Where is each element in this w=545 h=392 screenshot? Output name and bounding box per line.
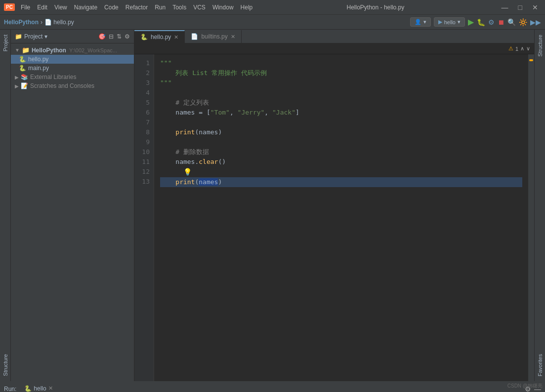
code-content[interactable]: """ 列表 List 常用操作 代码示例 """ # 定义列表 names =… <box>154 54 528 381</box>
locate-icon[interactable]: 🎯 <box>98 33 106 40</box>
code-line-5: # 定义列表 <box>160 98 522 108</box>
run-tab-close[interactable]: ✕ <box>48 385 53 392</box>
tree-item-main[interactable]: 🐍 main.py <box>11 64 134 73</box>
editor-area: 🐍 hello.py ✕ 📄 builtins.py ✕ ⚠ 1 ∧ ∨ 1 2… <box>134 30 534 381</box>
warning-indicator <box>529 59 533 61</box>
sort-icon[interactable]: ⇅ <box>117 33 122 40</box>
code-line-6: names = ["Tom", "Jerry", "Jack"] <box>160 108 522 118</box>
run-with-coverage-button[interactable]: ⚙ <box>488 18 495 26</box>
csdn-watermark: CSDN @韩曙亮 <box>507 383 543 390</box>
menu-view[interactable]: View <box>54 4 67 11</box>
collapse-all-icon[interactable]: ⊟ <box>109 33 114 40</box>
menu-file[interactable]: File <box>21 4 30 11</box>
line-num-7: 7 <box>138 118 150 127</box>
maximize-button[interactable]: □ <box>515 2 525 12</box>
project-header-icons: 🎯 ⊟ ⇅ ⚙ <box>98 33 130 40</box>
debug-button[interactable]: 🐛 <box>477 18 485 26</box>
search-everywhere-button[interactable]: 🔍 <box>507 18 516 26</box>
project-root-label: HelloPython <box>32 47 66 54</box>
structure-tab-vert[interactable]: Structure <box>0 349 10 381</box>
tab-builtin-icon: 📄 <box>191 33 198 40</box>
line-num-8: 8 <box>138 127 150 137</box>
project-panel: 📁 Project ▾ 🎯 ⊟ ⇅ ⚙ ▼ 📁 HelloPython Y:\0… <box>11 30 134 381</box>
breadcrumb-project[interactable]: HelloPython <box>4 19 39 26</box>
code-line-10: # 删除数据 <box>160 147 522 157</box>
tab-py-icon: 🐍 <box>140 34 148 40</box>
run-tab-icon: 🐍 <box>24 385 32 392</box>
code-line-13: print(names) <box>160 177 522 187</box>
menu-tools[interactable]: Tools <box>172 4 186 11</box>
structure-tab-right[interactable]: Structure <box>535 30 545 62</box>
project-dropdown-icon[interactable]: ▾ <box>44 33 47 40</box>
editor-tabs: 🐍 hello.py ✕ 📄 builtins.py ✕ <box>134 30 534 43</box>
menu-code[interactable]: Code <box>104 4 119 11</box>
right-vert-tabs: Structure Favorites <box>534 30 545 381</box>
project-root-icon: 📁 <box>22 46 30 54</box>
project-label: Project <box>24 33 42 40</box>
minimize-button[interactable]: — <box>499 2 511 12</box>
line-num-3: 3 <box>138 78 150 88</box>
py-file-icon: 🐍 <box>19 56 26 63</box>
user-icon: 👤 <box>415 19 421 25</box>
window-title: HelloPython - hello.py <box>347 4 405 11</box>
menu-vcs[interactable]: VCS <box>193 4 206 11</box>
run-label: Run: <box>4 386 16 392</box>
line-num-13: 13 <box>138 177 150 187</box>
tab-builtins-label: builtins.py <box>201 33 227 40</box>
menu-refactor[interactable]: Refactor <box>126 4 148 11</box>
project-tab-vert[interactable]: Project <box>0 30 10 56</box>
favorites-tab-right[interactable]: Favorites <box>535 349 545 381</box>
py-file-icon-main: 🐍 <box>19 65 26 72</box>
code-line-8: print(names) <box>160 127 522 137</box>
breadcrumb-file[interactable]: 📄 hello.py <box>44 19 74 26</box>
menu-window[interactable]: Window <box>212 4 234 11</box>
warning-down-btn[interactable]: ∨ <box>526 45 530 52</box>
tree-item-project[interactable]: ▼ 📁 HelloPython Y:\002_WorkSpac... <box>11 45 134 55</box>
run-tab-hello[interactable]: 🐍 hello ✕ <box>20 384 56 392</box>
tab-builtins-py[interactable]: 📄 builtins.py ✕ <box>185 30 241 43</box>
tree-expand-arrow: ▼ <box>15 47 20 53</box>
tab-hello-close[interactable]: ✕ <box>174 34 178 40</box>
line-num-9: 9 <box>138 137 150 147</box>
ext-libs-icon: 📚 <box>21 74 28 80</box>
tree-item-ext-libs[interactable]: ▶ 📚 External Libraries <box>11 73 134 81</box>
bulb-icon: 💡 <box>183 168 192 176</box>
stop-button[interactable]: ⏹ <box>498 18 504 26</box>
tree-item-hello[interactable]: 🐍 hello.py <box>11 55 134 64</box>
code-line-11: names.clear() <box>160 157 522 167</box>
line-num-4: 4 <box>138 88 150 98</box>
menu-run[interactable]: Run <box>155 4 166 11</box>
line-num-1: 1 <box>138 58 150 68</box>
settings-icon[interactable]: ⚙ <box>125 33 130 40</box>
navbar: HelloPython › 📄 hello.py 👤 ▾ ▶ hello ▾ ▶… <box>0 15 545 30</box>
code-line-2: 列表 List 常用操作 代码示例 <box>160 68 522 78</box>
breadcrumb: HelloPython › 📄 hello.py <box>4 19 74 26</box>
breadcrumb-separator: › <box>41 19 42 26</box>
hello-py-label: hello.py <box>28 56 48 63</box>
vcs-dropdown-icon: ▾ <box>423 19 426 25</box>
menu-navigate[interactable]: Navigate <box>74 4 97 11</box>
tab-hello-label: hello.py <box>151 34 171 40</box>
forward-button[interactable]: ▶▶ <box>530 18 541 26</box>
warning-up-btn[interactable]: ∧ <box>520 45 524 52</box>
line-numbers: 1 2 3 4 5 6 7 8 9 10 11 12 13 <box>134 54 154 381</box>
editor-scrollbar[interactable] <box>528 54 534 381</box>
run-tabs: Run: 🐍 hello ✕ ⚙ — <box>0 382 545 392</box>
ext-libs-label: External Libraries <box>30 74 76 80</box>
line-num-5: 5 <box>138 98 150 108</box>
code-line-9 <box>160 137 522 147</box>
tree-item-scratches[interactable]: ▶ 📝 Scratches and Consoles <box>11 81 134 90</box>
update-button[interactable]: 🔆 <box>519 18 527 26</box>
tab-hello-py[interactable]: 🐍 hello.py ✕ <box>134 30 185 43</box>
titlebar: PC File Edit View Navigate Code Refactor… <box>0 0 545 15</box>
tab-builtins-close[interactable]: ✕ <box>231 34 235 40</box>
run-config-button[interactable]: ▶ hello ▾ <box>434 17 465 27</box>
code-editor: 1 2 3 4 5 6 7 8 9 10 11 12 13 """ 列表 Lis… <box>134 54 534 381</box>
warning-icon: ⚠ <box>508 45 513 52</box>
menu-edit[interactable]: Edit <box>37 4 47 11</box>
menu-help[interactable]: Help <box>241 4 253 11</box>
vcs-button[interactable]: 👤 ▾ <box>410 17 431 27</box>
close-button[interactable]: ✕ <box>529 2 541 12</box>
titlebar-left: PC File Edit View Navigate Code Refactor… <box>4 3 252 11</box>
run-button[interactable]: ▶ <box>468 17 474 27</box>
